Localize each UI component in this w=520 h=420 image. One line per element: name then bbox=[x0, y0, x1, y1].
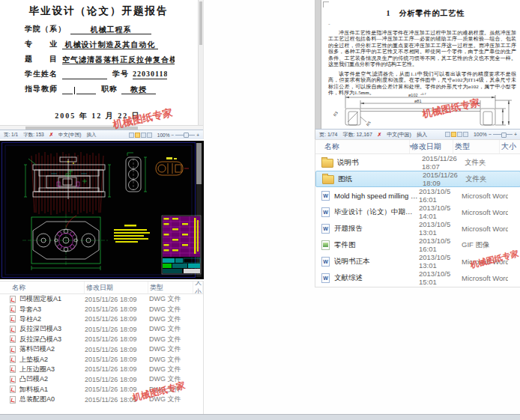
dimension-label-outer: ø102 bbox=[408, 93, 418, 97]
view-mode-button[interactable] bbox=[141, 133, 146, 138]
field-label: 学号 bbox=[112, 69, 129, 79]
file-list-explorer: 名称 ▼ 修改日期 类型 大小 说明书2015/11/26 18:07文件夹 图… bbox=[315, 139, 520, 287]
file-type: DWG 文件 bbox=[149, 305, 194, 314]
status-wordcount: 字数: 153 bbox=[23, 132, 43, 139]
file-row[interactable]: 凹模固定板A12015/11/26 18:09DWG 文件 bbox=[0, 294, 203, 304]
file-row[interactable]: W毕业设计（论文）中期报告2013/10/5 14:01Microsoft Wo… bbox=[315, 204, 520, 220]
view-mode-button-active[interactable] bbox=[451, 132, 456, 137]
column-header-type[interactable]: 类型 bbox=[148, 281, 193, 293]
vertical-scrollbar[interactable] bbox=[198, 0, 203, 125]
file-date: 2013/10/5 16:01 bbox=[419, 187, 462, 204]
column-header-date[interactable]: 修改日期 bbox=[85, 281, 148, 293]
file-type: Microsoft Word ... bbox=[462, 192, 508, 200]
field-label: 职称 bbox=[101, 84, 118, 94]
file-name: 说明书 bbox=[337, 158, 422, 168]
field-label: 指导教师 bbox=[25, 84, 58, 94]
cad-drawing-viewer[interactable] bbox=[0, 141, 204, 279]
filter-dropdown-icon[interactable]: ▼ bbox=[408, 144, 414, 149]
file-row[interactable]: W文献综述2013/10/5 15:01Microsoft Word ... bbox=[315, 270, 520, 286]
zoom-in-icon[interactable]: + bbox=[514, 132, 517, 137]
column-header-date[interactable]: 修改日期 bbox=[410, 140, 453, 153]
file-row[interactable]: 反拉深凸模A32015/11/26 18:09DWG 文件 bbox=[0, 335, 203, 344]
file-row-selected[interactable]: 图纸2015/11/26 18:09文件夹 bbox=[315, 171, 520, 187]
file-type: DWG 文件 bbox=[149, 344, 194, 354]
zoom-level: 100% bbox=[157, 133, 170, 138]
view-mode-button-active[interactable] bbox=[135, 133, 140, 138]
status-bar: 页: 1/74 字数: 12,167 ✗ 中文(中国) 插入 100% − + bbox=[315, 129, 520, 139]
field-value: 机械工程系 bbox=[70, 25, 151, 34]
file-row[interactable]: 总装配图A02015/11/26 18:09DWG 文件 bbox=[0, 395, 203, 404]
column-header-name[interactable]: 名称 bbox=[315, 140, 410, 153]
file-row[interactable]: 上垫板A22015/11/26 18:09DWG 文件 bbox=[0, 354, 203, 364]
file-row[interactable]: W开题报告2013/10/5 13:01Microsoft Word ... bbox=[315, 220, 520, 237]
file-date: 2015/11/26 18:09 bbox=[85, 365, 149, 373]
view-mode-button[interactable] bbox=[129, 133, 134, 138]
file-name: 导柱A2 bbox=[19, 314, 85, 324]
zoom-slider-knob[interactable] bbox=[501, 133, 507, 138]
status-bar: 页: 1/1 字数: 153 ✗ 中文(中国) 插入 100% − + bbox=[0, 130, 203, 139]
dwg-file-icon bbox=[10, 365, 16, 373]
file-row[interactable]: 上压边圈A32015/11/26 18:09DWG 文件 bbox=[0, 365, 203, 374]
field-value: 教授 bbox=[121, 85, 156, 94]
dwg-file-icon bbox=[10, 335, 16, 343]
file-row[interactable]: 导套A32015/11/26 18:09DWG 文件 bbox=[0, 304, 203, 314]
file-date: 2013/10/5 16:01 bbox=[419, 237, 462, 253]
view-mode-button[interactable] bbox=[457, 132, 462, 137]
view-mode-button[interactable] bbox=[463, 132, 468, 137]
file-row[interactable]: 落料凹模A22015/11/26 18:09DWG 文件 bbox=[0, 344, 203, 354]
report-form: 学院（系） 机械工程系 专 业 机械设计制造及其自动化 题 目 空气滤清器落料正… bbox=[25, 24, 175, 99]
file-type: DWG 文件 bbox=[149, 294, 194, 304]
file-row[interactable]: WMold high speed milling processing ...2… bbox=[315, 187, 520, 204]
cad-drawing bbox=[0, 141, 204, 279]
word-window-opening-report[interactable]: 毕业设计（论文）开题报告 学院（系） 机械工程系 专 业 机械设计制造及其自动化… bbox=[0, 0, 204, 139]
zoom-slider[interactable] bbox=[175, 135, 195, 136]
view-mode-button[interactable] bbox=[445, 132, 450, 137]
column-header-size[interactable]: 大小 bbox=[500, 140, 520, 153]
file-date: 2015/11/26 18:09 bbox=[85, 335, 149, 343]
word-file-icon: W bbox=[321, 273, 330, 283]
file-row[interactable]: 反拉深凹模A32015/11/26 18:09DWG 文件 bbox=[0, 324, 203, 334]
column-header-type[interactable]: 类型 bbox=[453, 140, 500, 153]
field-label: 学院（系） bbox=[25, 24, 66, 34]
file-date: 2015/11/26 18:09 bbox=[85, 356, 149, 363]
word-file-icon: W bbox=[321, 191, 330, 201]
file-row[interactable]: 零件图2013/10/5 16:01GIF 图像 bbox=[315, 237, 520, 253]
file-name: 卸料板A1 bbox=[19, 385, 85, 395]
file-name: 文献综述 bbox=[334, 273, 419, 283]
file-name: 凸凹模A2 bbox=[19, 374, 85, 384]
cad-scrollbar-thumb[interactable] bbox=[196, 143, 202, 184]
word-window-process-analysis[interactable]: 1 分析零件的工艺性 - 冲压件工艺性是指冲压零件在冲压加工过程中加工的难易程度… bbox=[315, 0, 520, 139]
zoom-in-icon[interactable]: + bbox=[196, 133, 199, 138]
column-header-size[interactable]: 大小 bbox=[193, 281, 203, 293]
sort-indicator-icon: ▲ bbox=[156, 282, 160, 287]
field-value: 空气滤清器落料正反拉伸复合模 bbox=[62, 55, 175, 64]
view-mode-button[interactable] bbox=[147, 133, 152, 138]
field-value: 机械设计制造及其自动化 bbox=[62, 40, 158, 49]
dwg-file-icon bbox=[10, 296, 16, 303]
status-insert-mode: 插入 bbox=[417, 131, 427, 139]
file-row[interactable]: 导柱A22015/11/26 18:09DWG 文件 bbox=[0, 314, 203, 324]
column-header-name[interactable]: 名称 bbox=[0, 281, 85, 293]
zoom-slider-knob[interactable] bbox=[184, 133, 189, 138]
field-label: 题 目 bbox=[25, 54, 58, 64]
file-name: 零件图 bbox=[334, 240, 419, 250]
file-type: DWG 文件 bbox=[149, 324, 194, 334]
zoom-out-icon[interactable]: − bbox=[489, 132, 492, 137]
file-name: 落料凹模A2 bbox=[19, 344, 85, 354]
file-date: 2013/10/5 13:01 bbox=[419, 253, 462, 270]
field-value-blank bbox=[76, 85, 96, 94]
column-headers: 名称 修改日期 类型 大小 ▲ bbox=[0, 281, 203, 294]
zoom-slider[interactable] bbox=[493, 134, 513, 135]
cad-title-block bbox=[162, 216, 201, 274]
status-page: 页: 1/1 bbox=[4, 132, 18, 139]
file-row[interactable]: 说明书2015/11/26 18:07文件夹 bbox=[315, 154, 520, 171]
file-date: 2013/10/5 14:01 bbox=[419, 204, 462, 220]
file-date: 2013/10/5 13:01 bbox=[419, 220, 462, 237]
form-field-major: 专 业 机械设计制造及其自动化 bbox=[25, 39, 175, 49]
gif-file-icon bbox=[321, 240, 330, 250]
file-name: 开题报告 bbox=[334, 224, 419, 234]
file-type: DWG 文件 bbox=[149, 365, 194, 374]
zoom-out-icon[interactable]: − bbox=[171, 133, 174, 138]
file-date: 2015/11/26 18:09 bbox=[85, 305, 149, 313]
scrollbar-thumb[interactable] bbox=[199, 1, 202, 45]
